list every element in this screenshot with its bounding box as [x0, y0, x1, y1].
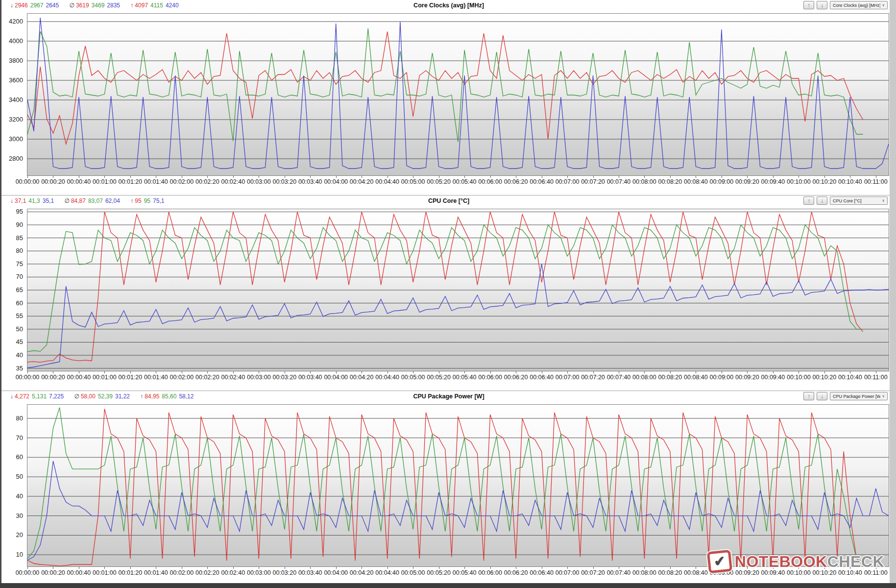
chevron-down-icon: ∨ — [882, 394, 885, 398]
panel-controls: ↑ ↓ CPU Core [°C]∨ — [803, 196, 888, 205]
x-axis-tick — [413, 371, 413, 373]
series-line-green — [27, 408, 863, 562]
x-axis-label: 00:02:20 — [195, 178, 219, 185]
stat-avg-blue: 2835 — [107, 2, 120, 9]
plot-area — [27, 13, 889, 176]
move-chart-up-button[interactable]: ↑ — [803, 392, 814, 400]
x-axis-tick — [156, 567, 156, 569]
y-axis-label: 4000 — [1, 37, 23, 45]
stat-min-green: 5,131 — [32, 393, 47, 400]
stat-max-blue: 75,1 — [153, 197, 164, 204]
x-axis-label: 00:00:20 — [41, 569, 65, 576]
x-axis-label: 00:04:40 — [375, 374, 399, 381]
x-axis-label: 00:07:00 — [556, 178, 580, 185]
x-axis-tick — [464, 371, 465, 373]
y-axis-label: 45 — [1, 338, 23, 345]
x-axis-label: 00:08:40 — [684, 178, 708, 185]
y-axis-label: 2800 — [1, 155, 23, 162]
x-axis-label: 00:06:00 — [478, 374, 502, 381]
move-chart-down-button[interactable]: ↓ — [817, 196, 827, 205]
x-axis-label: 00:08:20 — [658, 178, 682, 185]
x-axis-label: 00:11:00 — [864, 374, 888, 381]
min-arrow-icon: ↓ — [10, 393, 13, 400]
x-axis-label: 00:08:00 — [632, 374, 656, 381]
stat-min-blue: 35,1 — [43, 197, 54, 204]
y-axis-label: 50 — [1, 325, 23, 333]
x-axis-tick — [336, 567, 337, 569]
stat-min-green: 2967 — [30, 2, 44, 9]
stat-max-green: 85,60 — [162, 393, 176, 400]
x-axis-label: 00:00:40 — [67, 569, 91, 576]
x-axis-label: 00:10:00 — [787, 374, 811, 381]
x-axis-label: 00:03:00 — [247, 569, 271, 576]
y-axis-label: 30 — [1, 512, 23, 519]
x-axis-tick — [464, 176, 465, 178]
y-axis-label: 80 — [1, 415, 23, 422]
x-axis-label: 00:07:40 — [607, 374, 631, 381]
y-axis-label: 50 — [1, 473, 23, 480]
x-axis-tick — [439, 567, 439, 569]
series-line-green — [27, 28, 863, 142]
x-axis-tick — [387, 176, 388, 178]
down-arrow-icon: ↓ — [821, 393, 823, 399]
y-axis-label: 70 — [1, 273, 23, 280]
x-axis-label: 00:08:40 — [684, 374, 708, 381]
x-axis-label: 00:06:20 — [504, 374, 528, 381]
down-arrow-icon: ↓ — [821, 2, 823, 8]
stat-min-blue: 2645 — [46, 2, 59, 9]
move-chart-down-button[interactable]: ↓ — [817, 392, 827, 400]
x-axis-label: 00:03:40 — [298, 569, 322, 576]
x-axis-label: 00:10:40 — [838, 178, 862, 185]
x-axis-tick — [773, 371, 774, 373]
x-axis-tick — [876, 371, 876, 373]
x-axis-tick — [464, 567, 465, 569]
x-axis-label: 00:09:40 — [761, 374, 785, 381]
x-axis-label: 00:03:40 — [298, 374, 322, 381]
stat-max-green: 4115 — [150, 2, 163, 9]
x-axis-tick — [182, 567, 182, 569]
x-axis-label: 00:02:40 — [221, 374, 245, 381]
panel-controls: ↑ ↓ Core Clocks (avg) [MHz]∨ — [803, 1, 888, 9]
metric-dropdown[interactable]: CPU Core [°C]∨ — [830, 196, 888, 205]
x-axis-tick — [387, 567, 388, 569]
move-chart-up-button[interactable]: ↑ — [803, 1, 814, 9]
avg-symbol-icon: ∅ — [69, 2, 74, 9]
x-axis-label: 00:11:00 — [864, 178, 888, 185]
x-axis-label: 00:09:00 — [710, 374, 734, 381]
x-axis-label: 00:05:20 — [427, 569, 451, 576]
x-axis-tick — [516, 176, 516, 178]
move-chart-up-button[interactable]: ↑ — [803, 196, 814, 205]
x-axis-label: 00:06:20 — [504, 178, 528, 185]
x-axis-label: 00:10:40 — [838, 374, 862, 381]
x-axis-label: 00:01:00 — [93, 178, 117, 185]
stat-min-red: 4,272 — [15, 393, 29, 400]
y-axis-label: 90 — [1, 221, 23, 228]
window-right-edge — [890, 0, 896, 588]
x-axis-label: 00:04:00 — [324, 569, 348, 576]
series-line-blue — [27, 461, 889, 560]
x-axis-label: 00:09:00 — [710, 178, 734, 185]
x-axis-tick — [27, 176, 28, 178]
x-axis-label: 00:06:00 — [478, 569, 502, 576]
metric-dropdown[interactable]: Core Clocks (avg) [MHz]∨ — [830, 1, 888, 9]
x-axis-label: 00:00:00 — [16, 569, 40, 576]
y-axis-label: 3200 — [1, 116, 23, 123]
x-axis-tick — [439, 371, 439, 373]
max-arrow-icon: ↑ — [130, 197, 133, 204]
stat-avg-green: 83,07 — [88, 197, 103, 204]
avg-symbol-icon: ∅ — [64, 197, 69, 204]
x-axis-tick — [567, 371, 568, 373]
chart-svg — [27, 209, 889, 371]
x-axis-label: 00:02:00 — [170, 178, 194, 185]
x-axis-tick — [233, 371, 234, 373]
x-axis-tick — [130, 176, 131, 178]
x-axis-tick — [644, 567, 645, 569]
x-axis-label: 00:08:00 — [632, 178, 656, 185]
metric-dropdown[interactable]: CPU Package Power [W]∨ — [830, 392, 888, 400]
move-chart-down-button[interactable]: ↓ — [817, 1, 827, 9]
x-axis-label: 00:04:40 — [375, 178, 399, 185]
x-axis-tick — [516, 371, 516, 373]
y-axis-label: 3000 — [1, 135, 23, 143]
x-axis-tick — [773, 176, 774, 178]
x-axis-label: 00:08:40 — [684, 569, 708, 576]
